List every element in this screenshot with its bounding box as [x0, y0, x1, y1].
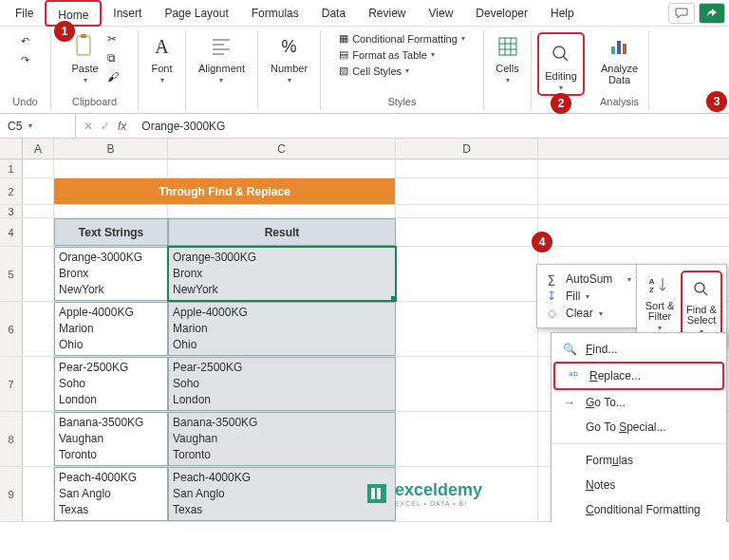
format-painter-icon[interactable]: 🖌: [107, 70, 119, 84]
table-cell[interactable]: Apple-4000KGMarionOhio: [168, 302, 396, 356]
rowhead[interactable]: 6: [0, 302, 23, 356]
paste-button[interactable]: Paste ▾: [71, 32, 100, 84]
analyze-data[interactable]: Analyze Data: [598, 32, 641, 85]
svg-rect-5: [617, 41, 621, 54]
paste-label: Paste: [71, 63, 98, 74]
tab-view[interactable]: View: [418, 0, 465, 27]
tab-review[interactable]: Review: [357, 0, 417, 27]
clear[interactable]: ◇Clear ▾: [543, 305, 634, 322]
table-cell[interactable]: Orange-3000KGBronxNewYork: [54, 247, 168, 301]
menu-cond-fmt[interactable]: Conditional Formatting: [551, 497, 726, 522]
group-clipboard: Paste ▾ ✂ ⧉ 🖌 Clipboard: [51, 30, 139, 109]
rowhead[interactable]: 8: [0, 412, 23, 466]
editing-dropdown[interactable]: Editing▾: [537, 32, 585, 96]
cell-styles[interactable]: ▧Cell Styles ▾: [339, 65, 465, 77]
chevron-down-icon: ▾: [28, 121, 32, 130]
menu-goto-special[interactable]: Go To Special...: [551, 415, 726, 439]
select-all[interactable]: [0, 139, 23, 159]
menu-notes[interactable]: Notes: [551, 473, 726, 497]
menu-formulas[interactable]: Formulas: [551, 448, 726, 473]
group-label-clipboard: Clipboard: [59, 96, 130, 107]
conditional-formatting[interactable]: ▦Conditional Formatting ▾: [339, 32, 465, 45]
watermark: exceldemyEXCEL • DATA • BI: [364, 480, 482, 507]
logo-icon: [364, 481, 389, 506]
copy-icon[interactable]: ⧉: [107, 51, 119, 65]
cancel-icon[interactable]: ✕: [76, 120, 101, 133]
rowhead[interactable]: 3: [0, 205, 23, 217]
undo-button[interactable]: ↶ ↷: [17, 32, 34, 68]
comments-button[interactable]: [668, 3, 695, 24]
group-number: %Number▾: [258, 30, 321, 109]
find-select[interactable]: Find & Select▾: [681, 271, 722, 340]
table-cell[interactable]: Pear-2500KGSohoLondon: [54, 357, 168, 411]
callout-4: 4: [532, 232, 552, 252]
alignment-dropdown[interactable]: Alignment▾: [198, 32, 245, 84]
sort-filter[interactable]: AZ Sort & Filter▾: [641, 271, 679, 340]
redo-icon: ↷: [17, 51, 34, 68]
rowhead[interactable]: 5: [0, 247, 23, 301]
colhead-c[interactable]: C: [168, 139, 396, 159]
goto-icon: →: [561, 396, 578, 409]
table-header-b[interactable]: Text Strings: [54, 218, 168, 246]
menu-find[interactable]: 🔍Find...: [551, 337, 726, 362]
eraser-icon: ◇: [543, 307, 560, 320]
tab-insert[interactable]: Insert: [102, 0, 153, 27]
rowhead[interactable]: 2: [0, 178, 23, 204]
title-banner[interactable]: Through Find & Replace: [54, 178, 396, 204]
fill[interactable]: ↧Fill ▾: [543, 288, 634, 305]
colhead-d[interactable]: D: [396, 139, 538, 159]
menu-replace[interactable]: ᵃᵇReplace...: [553, 362, 724, 390]
table-cell-active[interactable]: Orange-3000KGBronxNewYork: [168, 247, 396, 301]
enter-icon[interactable]: ✓: [101, 120, 110, 133]
tab-developer[interactable]: Developer: [464, 0, 539, 27]
number-dropdown[interactable]: %Number▾: [271, 32, 308, 84]
table-cell[interactable]: Banana-3500KGVaughanToronto: [54, 412, 168, 466]
tab-help[interactable]: Help: [539, 0, 586, 27]
cut-icon[interactable]: ✂: [107, 32, 119, 46]
table-cell[interactable]: Banana-3500KGVaughanToronto: [168, 412, 396, 466]
svg-text:A: A: [649, 277, 655, 286]
comment-icon: [675, 8, 688, 19]
rowhead[interactable]: 9: [0, 467, 23, 521]
tab-file[interactable]: File: [4, 0, 45, 27]
svg-text:Z: Z: [649, 286, 654, 294]
callout-1: 1: [54, 21, 75, 42]
rowhead[interactable]: 7: [0, 357, 23, 411]
tab-data[interactable]: Data: [310, 0, 357, 27]
autosum[interactable]: ∑AutoSum ▾: [543, 271, 634, 288]
font-dropdown[interactable]: AFont▾: [148, 32, 177, 84]
table-cell[interactable]: Peach-4000KGSan AngloTexas: [54, 467, 168, 521]
formula-input[interactable]: Orange-3000KG: [134, 120, 225, 133]
paste-icon: [71, 32, 100, 61]
editing-panel: ∑AutoSum ▾ ↧Fill ▾ ◇Clear ▾: [536, 264, 641, 328]
rowhead[interactable]: 4: [0, 218, 23, 246]
cells-dropdown[interactable]: Cells▾: [494, 32, 522, 84]
alignment-icon: [207, 32, 235, 61]
menu-goto[interactable]: →Go To...: [551, 390, 726, 415]
cell-styles-icon: ▧: [339, 65, 348, 77]
group-cells: Cells▾: [484, 30, 532, 109]
group-label-styles: Styles: [328, 96, 476, 107]
share-button[interactable]: [699, 3, 725, 24]
fill-icon: ↧: [543, 289, 560, 303]
table-cell[interactable]: Peach-4000KGSan AngloTexas: [168, 467, 396, 521]
replace-icon: ᵃᵇ: [565, 369, 582, 383]
column-headers: A B C D: [0, 139, 729, 159]
find-select-menu: 🔍Find... ᵃᵇReplace... →Go To... Go To Sp…: [551, 332, 727, 522]
tab-formulas[interactable]: Formulas: [240, 0, 310, 27]
callout-3: 3: [706, 91, 727, 112]
name-box[interactable]: C5 ▾: [0, 114, 76, 138]
fx-icon[interactable]: fx: [110, 120, 134, 133]
colhead-b[interactable]: B: [54, 139, 168, 159]
colhead-a[interactable]: A: [23, 139, 54, 159]
table-cell[interactable]: Pear-2500KGSohoLondon: [168, 357, 396, 411]
font-icon: A: [148, 32, 177, 61]
chevron-down-icon: ▾: [84, 76, 87, 84]
rowhead[interactable]: 1: [0, 159, 23, 177]
tab-page-layout[interactable]: Page Layout: [153, 0, 239, 27]
table-cell[interactable]: Apple-4000KGMarionOhio: [54, 302, 168, 356]
tab-home[interactable]: Home: [45, 0, 102, 27]
format-as-table[interactable]: ▤Format as Table ▾: [339, 48, 465, 61]
table-header-c[interactable]: Result: [168, 218, 396, 246]
group-undo: ↶ ↷ Undo: [0, 30, 51, 109]
